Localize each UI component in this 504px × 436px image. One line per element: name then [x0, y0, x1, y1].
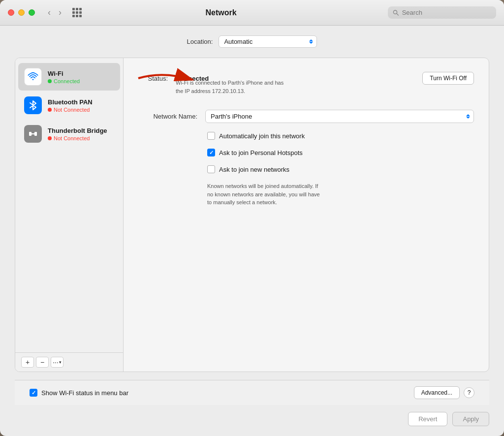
help-button[interactable]: ?	[464, 387, 474, 398]
main-content: Location: Automatic Edit Locations...	[0, 26, 504, 405]
show-wifi-checkbox[interactable]	[30, 389, 37, 397]
location-label: Location:	[187, 38, 213, 45]
nav-buttons: ‹ ›	[45, 6, 64, 19]
apply-button[interactable]: Apply	[452, 412, 489, 426]
status-dot-green	[48, 79, 52, 83]
sidebar-wifi-status: Connected	[48, 78, 80, 84]
bottom-section: Show Wi-Fi status in menu bar Advanced..…	[15, 380, 489, 405]
search-input[interactable]	[402, 9, 491, 16]
svg-point-7	[34, 133, 35, 135]
auto-join-row: Automatically join this network	[207, 132, 474, 140]
bottom-right-buttons: Advanced... ?	[414, 386, 474, 399]
advanced-button[interactable]: Advanced...	[414, 386, 460, 399]
thunderbolt-icon-container	[24, 125, 42, 143]
revert-button[interactable]: Revert	[408, 412, 447, 426]
search-box	[388, 6, 496, 19]
titlebar: ‹ › Network	[0, 0, 504, 26]
maximize-button[interactable]	[29, 9, 35, 16]
sidebar-list: Wi-Fi Connected	[15, 58, 123, 352]
sidebar-thunderbolt-info: Thunderbolt Bridge Not Connected	[48, 127, 107, 141]
auto-join-checkbox[interactable]	[207, 132, 215, 140]
status-dot-red-tb	[48, 136, 52, 140]
network-name-label: Network Name:	[138, 113, 197, 120]
status-dot-red-bt	[48, 108, 52, 112]
sidebar-bluetooth-status: Not Connected	[48, 107, 93, 113]
remove-network-button[interactable]: −	[36, 357, 49, 368]
thunderbolt-icon	[28, 129, 38, 139]
auto-join-checkbox-wrapper: Automatically join this network	[207, 132, 305, 140]
turn-wifi-button[interactable]: Turn Wi-Fi Off	[422, 72, 474, 85]
location-select[interactable]: Automatic Edit Locations...	[219, 35, 317, 48]
sidebar-wifi-status-text: Connected	[54, 78, 80, 84]
sidebar-bluetooth-name: Bluetooth PAN	[48, 98, 93, 106]
bluetooth-icon	[29, 100, 37, 111]
location-select-wrapper: Automatic Edit Locations...	[219, 35, 317, 48]
personal-hotspot-row: Ask to join Personal Hotspots	[207, 149, 474, 156]
back-button[interactable]: ‹	[45, 6, 54, 19]
network-name-row: Network Name: Parth's iPhone Join Other …	[138, 110, 474, 123]
traffic-lights	[8, 9, 35, 16]
sidebar-bluetooth-info: Bluetooth PAN Not Connected	[48, 98, 93, 113]
sidebar-wifi-info: Wi-Fi Connected	[48, 70, 80, 84]
sidebar: Wi-Fi Connected	[15, 58, 124, 372]
more-options-button[interactable]: ··· ▾	[51, 357, 63, 368]
footer: Revert Apply	[0, 405, 504, 436]
network-name-select[interactable]: Parth's iPhone Join Other Network... Cre…	[205, 110, 474, 123]
svg-line-1	[397, 13, 399, 15]
sidebar-thunderbolt-status: Not Connected	[48, 135, 107, 141]
location-row: Location: Automatic Edit Locations...	[15, 35, 489, 48]
status-section: Status: Connected Turn Wi-Fi Off Wi-Fi i…	[138, 72, 474, 95]
sidebar-thunderbolt-status-text: Not Connected	[54, 135, 90, 141]
add-network-button[interactable]: +	[21, 357, 34, 368]
sidebar-item-thunderbolt[interactable]: Thunderbolt Bridge Not Connected	[18, 120, 120, 148]
show-wifi-label: Show Wi-Fi status in menu bar	[41, 389, 128, 397]
wifi-icon	[28, 71, 38, 82]
network-name-select-wrapper: Parth's iPhone Join Other Network... Cre…	[205, 110, 474, 123]
close-button[interactable]	[8, 9, 14, 16]
personal-hotspot-checkbox[interactable]	[207, 149, 215, 156]
search-icon	[393, 9, 399, 16]
forward-button[interactable]: ›	[56, 6, 64, 19]
sidebar-thunderbolt-name: Thunderbolt Bridge	[48, 127, 107, 134]
sidebar-item-bluetooth[interactable]: Bluetooth PAN Not Connected	[18, 92, 120, 119]
sidebar-bluetooth-status-text: Not Connected	[54, 107, 90, 113]
personal-hotspot-label: Ask to join Personal Hotspots	[219, 149, 303, 156]
personal-hotspot-checkbox-wrapper: Ask to join Personal Hotspots	[207, 149, 303, 156]
auto-join-label: Automatically join this network	[219, 132, 305, 140]
svg-point-2	[32, 79, 34, 80]
new-networks-checkbox[interactable]	[207, 165, 215, 173]
status-label: Status:	[138, 75, 168, 82]
network-panel: Wi-Fi Connected	[15, 58, 489, 372]
main-window: ‹ › Network Location: Automatic	[0, 0, 504, 436]
grid-icon	[72, 8, 82, 17]
wifi-icon-container	[24, 68, 42, 86]
minimize-button[interactable]	[18, 9, 25, 16]
show-wifi-row: Show Wi-Fi status in menu bar	[30, 389, 128, 397]
new-networks-checkbox-wrapper: Ask to join new networks	[207, 165, 289, 173]
svg-point-6	[31, 133, 32, 135]
bluetooth-icon-container	[24, 96, 42, 114]
new-networks-label: Ask to join new networks	[219, 166, 289, 173]
chevron-down-icon: ▾	[59, 360, 62, 365]
sidebar-item-wifi[interactable]: Wi-Fi Connected	[18, 63, 120, 91]
sidebar-footer: + − ··· ▾	[15, 352, 123, 372]
hint-text: Known networks will be joined automatica…	[207, 182, 474, 207]
window-title: Network	[90, 8, 352, 17]
grid-button[interactable]	[70, 6, 84, 19]
new-networks-row: Ask to join new networks	[207, 165, 474, 173]
more-options-icon: ···	[53, 358, 59, 366]
detail-panel: Status: Connected Turn Wi-Fi Off Wi-Fi i…	[124, 58, 489, 372]
sidebar-wifi-name: Wi-Fi	[48, 70, 80, 77]
